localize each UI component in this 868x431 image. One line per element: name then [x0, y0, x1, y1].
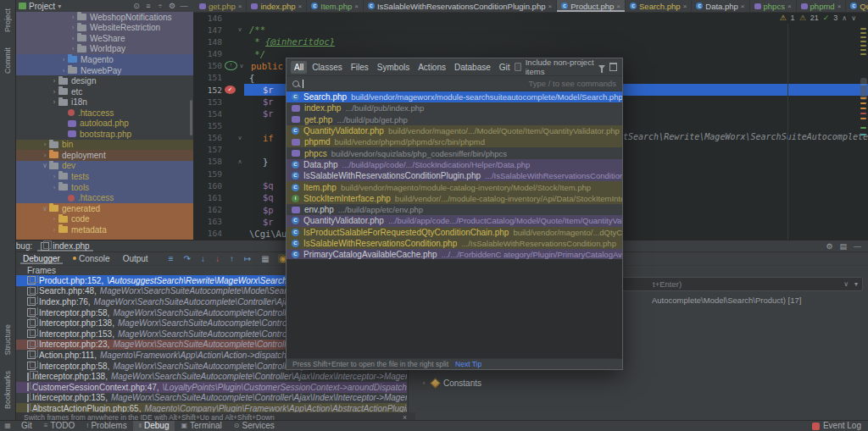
tree-item[interactable]: ∨ generated [15, 203, 193, 214]
stripe-mark[interactable] [860, 45, 866, 47]
stripe-mark[interactable] [860, 36, 866, 38]
editor-tab[interactable]: index.php [247, 0, 307, 12]
tree-item[interactable]: › WebshopNotifications [15, 12, 193, 23]
toolwindow-switcher-icon[interactable]: ▦ [0, 421, 15, 431]
tree-item[interactable]: autoload.php [15, 118, 193, 129]
tree-chevron-icon[interactable]: › [50, 88, 58, 96]
tree-item[interactable]: › Magento [15, 54, 193, 65]
tab-close-icon[interactable] [354, 3, 359, 10]
editor-tab[interactable]: IsSalableWithReservationsConditionPlugin… [364, 0, 557, 12]
tree-chevron-icon[interactable]: › [50, 226, 58, 234]
popup-tab[interactable]: Classes [309, 61, 346, 74]
tree-item[interactable]: › WeShare [15, 33, 193, 44]
debugger-step-icon[interactable]: ▦ [259, 254, 270, 263]
search-result-row[interactable]: IsProductSalableForRequestedQtyCondition… [287, 227, 622, 238]
tree-chevron-icon[interactable]: › [50, 98, 58, 106]
debugger-step-icon[interactable]: ↓ [214, 254, 221, 263]
tree-chevron-icon[interactable]: › [50, 77, 58, 85]
search-result-row[interactable]: phpcs build/vendor/squizlabs/php_codesni… [287, 147, 622, 158]
tree-chevron-icon[interactable]: › [41, 141, 49, 148]
stack-frame-row[interactable]: CustomerSessionContext.php:47, \LoyaltyP… [15, 382, 407, 393]
project-panel-title[interactable]: Project [29, 2, 55, 11]
editor-tab[interactable]: Product.php [557, 0, 626, 12]
tree-chevron-icon[interactable]: › [69, 14, 77, 21]
tab-close-icon[interactable] [238, 3, 242, 10]
statusbar-item[interactable]: ‖ Debug [133, 421, 175, 431]
tree-item[interactable]: › tools [15, 182, 193, 193]
tree-item[interactable]: › bin [15, 140, 193, 151]
debugger-step-icon[interactable]: ≡ [167, 254, 175, 263]
statusbar-item[interactable]: Git [15, 421, 38, 431]
tab-close-icon[interactable] [616, 3, 620, 10]
error-stripe[interactable] [859, 12, 868, 240]
debug-header-icon[interactable]: ▤ [839, 242, 847, 251]
next-tip-link[interactable]: Next Tip [455, 360, 481, 368]
tree-item[interactable]: › WebsiteRestriction [15, 23, 193, 34]
open-in-window-icon[interactable] [609, 63, 617, 71]
tree-item[interactable]: bootstrap.php [15, 129, 193, 140]
tree-chevron-icon[interactable]: › [420, 379, 427, 387]
fold-marker-icon[interactable]: ∧ [236, 158, 244, 165]
debugger-step-icon[interactable]: ↷ [182, 254, 192, 263]
search-result-row[interactable]: IsSalableWithReservationsConditionPlugin… [287, 170, 622, 181]
tab-close-icon[interactable] [683, 3, 687, 10]
tree-chevron-icon[interactable]: ∨ [41, 205, 49, 213]
fold-marker-icon[interactable]: ∨ [237, 63, 246, 69]
tree-chevron-icon[interactable]: › [59, 56, 68, 64]
editor-tab[interactable]: QuantityValida [846, 0, 868, 12]
popup-tab[interactable]: All [291, 61, 307, 74]
fold-marker-icon[interactable]: ∨ [236, 26, 244, 33]
tree-chevron-icon[interactable]: › [41, 152, 49, 159]
search-input[interactable]: Type / to see commands [287, 75, 622, 91]
search-result-row[interactable]: index.php .../build/pub/index.php [287, 102, 622, 113]
tab-close-icon[interactable] [837, 3, 842, 10]
popup-tab[interactable]: Symbols [374, 61, 413, 74]
stripe-mark[interactable] [860, 32, 866, 34]
toolwindow-button[interactable]: Bookmarks [3, 371, 12, 409]
tree-chevron-icon[interactable]: › [69, 45, 77, 52]
tab-close-icon[interactable] [298, 3, 303, 10]
inspection-widget[interactable]: ⚠1 ⚠21 ✓3 ∧ ∨ [780, 14, 856, 22]
tree-item[interactable]: › design [15, 75, 193, 86]
popup-tab[interactable]: Database [451, 61, 494, 74]
tree-chevron-icon[interactable]: › [69, 35, 77, 42]
tree-item[interactable]: › i18n [15, 97, 193, 108]
chevron-down-icon[interactable]: ▾ [58, 3, 61, 10]
debug-view-tab[interactable]: Debugger [20, 253, 63, 264]
tree-chevron-icon[interactable]: › [69, 24, 77, 31]
tree-item[interactable]: ∨ dev [15, 161, 193, 172]
search-result-row[interactable]: QuantityValidator.php build/vendor/magen… [287, 125, 622, 136]
stripe-mark[interactable] [860, 28, 866, 30]
search-result-row[interactable]: get.php .../build/pub/get.php [287, 114, 622, 125]
editor-tab[interactable]: Data.php [692, 0, 749, 12]
event-log-button[interactable]: Event Log [823, 421, 861, 431]
debug-session-tab[interactable]: index.php [37, 240, 92, 251]
debugger-step-icon[interactable]: ↦ [242, 254, 253, 263]
debugger-step-icon[interactable]: ↑ [228, 254, 236, 263]
gutter-marker-icon[interactable] [225, 61, 237, 70]
evaluate-field-icon[interactable]: ∨ [843, 280, 849, 288]
tree-chevron-icon[interactable]: › [59, 67, 68, 75]
stripe-mark[interactable] [860, 134, 866, 135]
tree-chevron-icon[interactable]: › [50, 184, 58, 191]
tree-item[interactable]: › deployment [15, 150, 193, 161]
stripe-mark[interactable] [860, 41, 866, 42]
tab-close-icon[interactable] [787, 3, 792, 10]
statusbar-item[interactable]: ▣ Terminal [175, 421, 227, 431]
tree-chevron-icon[interactable]: › [50, 173, 58, 180]
stripe-mark[interactable] [860, 97, 866, 99]
stripe-mark[interactable] [860, 102, 866, 104]
stack-frame-row[interactable]: Interceptor.php:138, MageWorx\SearchSuit… [15, 371, 407, 382]
popup-tab[interactable]: Git [496, 61, 514, 74]
tab-close-icon[interactable] [741, 3, 745, 10]
tab-close-icon[interactable] [548, 3, 552, 10]
tree-chevron-icon[interactable]: ∨ [41, 162, 49, 169]
next-issue-icon[interactable]: ∨ [851, 14, 856, 22]
search-result-row[interactable]: Search.php build/vendor/mageworx/module-… [287, 91, 622, 102]
stripe-mark[interactable] [860, 84, 866, 86]
debug-view-tab[interactable]: Console [70, 253, 113, 264]
tree-item[interactable]: › tests [15, 171, 193, 182]
include-non-project-checkbox[interactable] [515, 63, 521, 71]
tree-item[interactable]: .htaccess [15, 108, 193, 119]
toolwindow-button[interactable]: Commit [3, 47, 12, 74]
